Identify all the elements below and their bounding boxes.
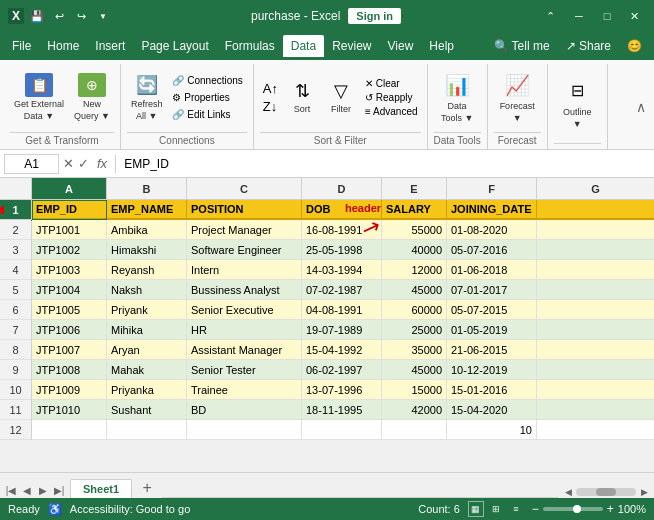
cell-F8[interactable]: 21-06-2015 — [447, 340, 537, 360]
cell-A11[interactable]: JTP1010 — [32, 400, 107, 420]
cell-F3[interactable]: 05-07-2016 — [447, 240, 537, 260]
add-sheet-button[interactable]: + — [136, 478, 158, 498]
cell-D3[interactable]: 25-05-1998 — [302, 240, 382, 260]
cell-C12[interactable] — [187, 420, 302, 440]
row-num-7[interactable]: 7 — [0, 320, 32, 340]
ribbon-toggle[interactable]: ⌃ — [540, 5, 562, 27]
maximize-button[interactable]: □ — [596, 5, 618, 27]
col-header-F[interactable]: F — [447, 178, 537, 200]
cell-F9[interactable]: 10-12-2019 — [447, 360, 537, 380]
properties-button[interactable]: ⚙ Properties — [168, 90, 246, 105]
cell-F2[interactable]: 01-08-2020 — [447, 220, 537, 240]
advanced-button[interactable]: ≡ Advanced — [362, 105, 421, 118]
col-header-D[interactable]: D — [302, 178, 382, 200]
cell-B8[interactable]: Aryan — [107, 340, 187, 360]
cell-C5[interactable]: Bussiness Analyst — [187, 280, 302, 300]
sign-in-button[interactable]: Sign in — [348, 8, 401, 24]
cell-A10[interactable]: JTP1009 — [32, 380, 107, 400]
cell-E3[interactable]: 40000 — [382, 240, 447, 260]
scroll-right[interactable]: ▶ — [638, 486, 650, 498]
page-break-view-button[interactable]: ≡ — [508, 501, 524, 517]
cell-C8[interactable]: Assistant Manager — [187, 340, 302, 360]
zoom-slider[interactable] — [543, 507, 603, 511]
zoom-slider-thumb[interactable] — [573, 505, 581, 513]
cell-D10[interactable]: 13-07-1996 — [302, 380, 382, 400]
cell-C9[interactable]: Senior Tester — [187, 360, 302, 380]
cell-A1[interactable]: EMP_ID — [32, 200, 107, 220]
sort-button[interactable]: ⇅ Sort — [284, 78, 320, 116]
cell-G10[interactable] — [537, 380, 654, 400]
cell-E7[interactable]: 25000 — [382, 320, 447, 340]
cell-B11[interactable]: Sushant — [107, 400, 187, 420]
cell-F7[interactable]: 01-05-2019 — [447, 320, 537, 340]
cell-B7[interactable]: Mihika — [107, 320, 187, 340]
cell-D4[interactable]: 14-03-1994 — [302, 260, 382, 280]
cell-E6[interactable]: 60000 — [382, 300, 447, 320]
cell-C10[interactable]: Trainee — [187, 380, 302, 400]
cell-F11[interactable]: 15-04-2020 — [447, 400, 537, 420]
sort-az-button[interactable]: A↑ — [260, 80, 281, 97]
refresh-all-button[interactable]: 🔄 Refresh All ▼ — [127, 70, 167, 124]
cell-F6[interactable]: 05-07-2015 — [447, 300, 537, 320]
cell-F5[interactable]: 07-01-2017 — [447, 280, 537, 300]
cell-D7[interactable]: 19-07-1989 — [302, 320, 382, 340]
cell-A5[interactable]: JTP1004 — [32, 280, 107, 300]
connections-button[interactable]: 🔗 Connections — [168, 73, 246, 88]
cell-G2[interactable] — [537, 220, 654, 240]
cell-C2[interactable]: Project Manager — [187, 220, 302, 240]
cell-G3[interactable] — [537, 240, 654, 260]
cell-B1[interactable]: EMP_NAME — [107, 200, 187, 220]
cell-C6[interactable]: Senior Executive — [187, 300, 302, 320]
tab-nav-prev[interactable]: ◀ — [20, 482, 34, 498]
normal-view-button[interactable]: ▦ — [468, 501, 484, 517]
close-button[interactable]: ✕ — [624, 5, 646, 27]
cell-D8[interactable]: 15-04-1992 — [302, 340, 382, 360]
col-header-B[interactable]: B — [107, 178, 187, 200]
cell-G4[interactable] — [537, 260, 654, 280]
row-num-9[interactable]: 9 — [0, 360, 32, 380]
row-num-2[interactable]: 2 — [0, 220, 32, 240]
menu-page-layout[interactable]: Page Layout — [133, 35, 216, 57]
cell-C1[interactable]: POSITION — [187, 200, 302, 220]
cell-C11[interactable]: BD — [187, 400, 302, 420]
cell-G1[interactable] — [537, 200, 654, 220]
formula-confirm[interactable]: ✓ — [78, 156, 89, 171]
menu-data[interactable]: Data — [283, 35, 324, 57]
cell-B5[interactable]: Naksh — [107, 280, 187, 300]
cell-A12[interactable] — [32, 420, 107, 440]
undo-icon[interactable]: ↩ — [50, 7, 68, 25]
cell-D6[interactable]: 04-08-1991 — [302, 300, 382, 320]
scroll-left[interactable]: ◀ — [562, 486, 574, 498]
cell-G12[interactable] — [537, 420, 654, 440]
forecast-button[interactable]: 📈 Forecast ▼ — [496, 68, 539, 126]
cell-C3[interactable]: Software Engineer — [187, 240, 302, 260]
cell-E4[interactable]: 12000 — [382, 260, 447, 280]
cell-E1[interactable]: SALARY — [382, 200, 447, 220]
formula-input[interactable]: EMP_ID — [120, 157, 650, 171]
cell-G8[interactable] — [537, 340, 654, 360]
menu-review[interactable]: Review — [324, 35, 379, 57]
cell-E12[interactable] — [382, 420, 447, 440]
row-num-1[interactable]: 1 — [0, 200, 32, 220]
cell-B2[interactable]: Ambika — [107, 220, 187, 240]
cell-F4[interactable]: 01-06-2018 — [447, 260, 537, 280]
cell-G6[interactable] — [537, 300, 654, 320]
scrollbar-thumb[interactable] — [596, 488, 616, 496]
get-external-data-button[interactable]: 📋 Get External Data ▼ — [10, 70, 68, 124]
cell-F1[interactable]: JOINING_DATE — [447, 200, 537, 220]
scrollbar-track[interactable] — [576, 488, 636, 496]
cell-G9[interactable] — [537, 360, 654, 380]
cell-G5[interactable] — [537, 280, 654, 300]
ribbon-collapse[interactable]: ∧ — [636, 99, 646, 115]
cell-E9[interactable]: 45000 — [382, 360, 447, 380]
menu-share[interactable]: ↗ Share — [558, 35, 619, 57]
cell-A2[interactable]: JTP1001 — [32, 220, 107, 240]
menu-tell-me[interactable]: 🔍 Tell me — [486, 35, 558, 57]
row-num-11[interactable]: 11 — [0, 400, 32, 420]
formula-cancel[interactable]: ✕ — [63, 156, 74, 171]
cell-D5[interactable]: 07-02-1987 — [302, 280, 382, 300]
col-header-A[interactable]: A — [32, 178, 107, 200]
tab-nav-next[interactable]: ▶ — [36, 482, 50, 498]
cell-E10[interactable]: 15000 — [382, 380, 447, 400]
row-num-5[interactable]: 5 — [0, 280, 32, 300]
